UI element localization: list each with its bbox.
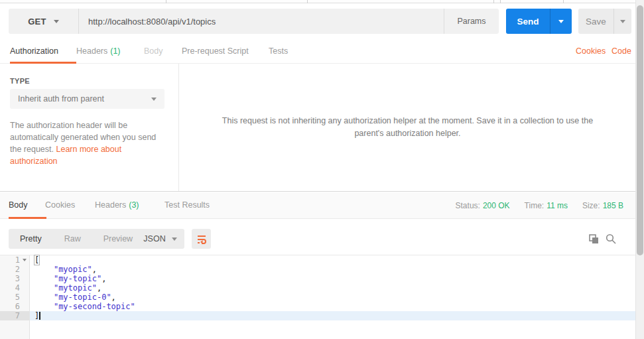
fold-caret-icon[interactable] xyxy=(23,259,27,261)
code-text: "mytopic", xyxy=(30,283,635,293)
response-tab-headers[interactable]: Headers(3) xyxy=(95,192,139,218)
text-cursor xyxy=(39,312,40,320)
send-options-button[interactable] xyxy=(550,9,572,34)
tab-body[interactable]: Body xyxy=(144,40,163,63)
line-number: 6 xyxy=(0,302,30,311)
tab-pre-request-script[interactable]: Pre-request Script xyxy=(182,40,249,63)
type-label: TYPE xyxy=(10,77,30,85)
response-header: Body Cookies Headers(3) Test Results Sta… xyxy=(0,192,635,219)
time-value: 11 ms xyxy=(547,201,568,210)
auth-type-panel: TYPE Inherit auth from parent The author… xyxy=(0,64,179,191)
code-text: "my-topic", xyxy=(30,274,635,283)
code-text: "my-topic-0", xyxy=(30,293,635,302)
code-line: 3 "my-topic", xyxy=(0,274,635,283)
tab-divider xyxy=(166,0,166,3)
response-toolbar: Pretty Raw Preview JSON xyxy=(0,219,635,255)
response-meta: Status:200 OK Time:11 ms Size:185 B xyxy=(456,192,623,218)
auth-type-value: Inherit auth from parent xyxy=(18,94,151,103)
response-tab-test-results[interactable]: Test Results xyxy=(164,192,210,218)
response-body-editor[interactable]: 1[2 "myopic",3 "my-topic",4 "mytopic",5 … xyxy=(0,255,635,339)
response-tab-body[interactable]: Body xyxy=(9,192,28,218)
code-text: ] xyxy=(30,311,635,320)
url-input[interactable]: http://localhost:8080/api/v1/topics xyxy=(79,9,444,34)
save-button[interactable]: Save xyxy=(578,9,613,34)
save-button-group: Save xyxy=(578,9,631,34)
request-tabs: Authorization Headers(1) Body Pre-reques… xyxy=(0,40,635,64)
params-button[interactable]: Params xyxy=(444,9,499,34)
status-value: 200 OK xyxy=(483,201,510,210)
response-headers-count-badge: (3) xyxy=(129,200,139,210)
scrollbar-thumb[interactable] xyxy=(637,5,643,255)
auth-inherit-panel: This request is not inheriting any autho… xyxy=(180,64,635,191)
code-line: 4 "mytopic", xyxy=(0,283,635,293)
chevron-down-icon xyxy=(172,237,177,241)
code-line: 1[ xyxy=(0,255,635,265)
size-badge: Size:185 B xyxy=(582,201,623,210)
tab-tests[interactable]: Tests xyxy=(269,40,288,63)
copy-response-button[interactable] xyxy=(588,233,600,245)
tab-divider xyxy=(563,0,564,3)
tab-authorization[interactable]: Authorization xyxy=(10,40,58,63)
send-button[interactable]: Send xyxy=(506,9,550,34)
format-value: JSON xyxy=(143,234,165,243)
view-mode-raw[interactable]: Raw xyxy=(53,229,92,249)
code-text: "myopic", xyxy=(30,265,635,274)
code-text: [ xyxy=(30,255,635,265)
tab-divider xyxy=(493,0,494,3)
line-number: 3 xyxy=(0,274,30,283)
search-response-button[interactable] xyxy=(605,233,617,245)
send-button-group: Send xyxy=(506,9,572,34)
code-link[interactable]: Code xyxy=(612,40,631,63)
method-label: GET xyxy=(28,17,46,27)
code-line: 6 "my-second-topic" xyxy=(0,302,635,311)
chevron-down-icon xyxy=(151,98,157,101)
request-url-bar: GET http://localhost:8080/api/v1/topics … xyxy=(9,9,499,34)
status-badge: Status:200 OK xyxy=(456,201,510,210)
cookies-link[interactable]: Cookies xyxy=(576,40,606,63)
size-value: 185 B xyxy=(603,201,623,210)
format-dropdown[interactable]: JSON xyxy=(136,229,184,249)
chevron-down-icon xyxy=(558,20,564,23)
line-number: 4 xyxy=(0,283,30,293)
wrap-lines-button[interactable] xyxy=(192,229,211,249)
authorization-panel: TYPE Inherit auth from parent The author… xyxy=(0,64,635,192)
method-dropdown[interactable]: GET xyxy=(9,9,79,34)
chevron-down-icon xyxy=(54,20,59,23)
code-line: 2 "myopic", xyxy=(0,265,635,274)
view-mode-switch: Pretty Raw Preview xyxy=(9,229,144,249)
chevron-down-icon xyxy=(620,20,625,23)
line-number: 1 xyxy=(0,255,30,265)
line-number: 7 xyxy=(0,311,30,320)
workspace-tabbar-clipped xyxy=(0,0,635,3)
postman-request-window: GET http://localhost:8080/api/v1/topics … xyxy=(0,0,644,339)
time-badge: Time:11 ms xyxy=(525,201,568,210)
code-line: 5 "my-topic-0", xyxy=(0,293,635,302)
headers-count-badge: (1) xyxy=(110,46,120,56)
code-lines: 1[2 "myopic",3 "my-topic",4 "mytopic",5 … xyxy=(0,255,635,320)
auth-help-text: The authorization header will be automat… xyxy=(10,119,169,167)
tab-headers[interactable]: Headers(1) xyxy=(76,40,121,63)
save-options-button[interactable] xyxy=(613,9,631,34)
inherit-auth-message: This request is not inheriting any autho… xyxy=(209,115,607,140)
response-tab-cookies[interactable]: Cookies xyxy=(45,192,75,218)
line-number: 2 xyxy=(0,265,30,274)
view-mode-pretty[interactable]: Pretty xyxy=(9,229,53,249)
copy-icon xyxy=(588,233,600,245)
tab-divider xyxy=(500,0,501,3)
line-number: 5 xyxy=(0,293,30,302)
search-icon xyxy=(605,233,617,245)
wrap-lines-icon xyxy=(196,233,208,245)
tab-divider xyxy=(307,0,308,3)
auth-type-dropdown[interactable]: Inherit auth from parent xyxy=(10,89,164,109)
vertical-scrollbar[interactable] xyxy=(635,0,644,339)
code-line: 7] xyxy=(0,311,635,320)
code-text: "my-second-topic" xyxy=(30,302,635,311)
